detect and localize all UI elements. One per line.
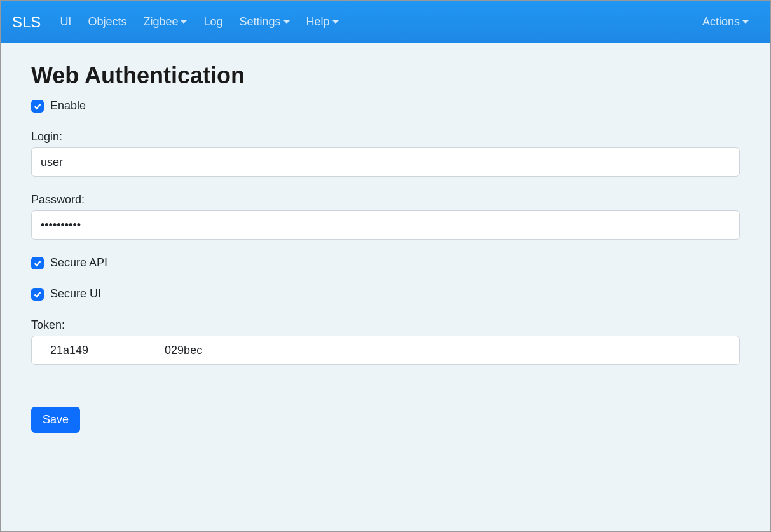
nav-settings[interactable]: Settings — [233, 10, 296, 34]
nav-help[interactable]: Help — [300, 10, 345, 34]
secure-api-row: Secure API — [31, 256, 740, 269]
nav-right: Actions — [696, 10, 759, 34]
nav-objects[interactable]: Objects — [81, 10, 133, 34]
save-button[interactable]: Save — [31, 407, 80, 433]
nav-zigbee-label: Zigbee — [143, 15, 178, 29]
nav-log-label: Log — [203, 15, 222, 29]
chevron-down-icon — [332, 20, 339, 24]
nav-help-label: Help — [306, 15, 330, 29]
login-group: Login: — [31, 130, 740, 177]
secure-api-label[interactable]: Secure API — [50, 256, 107, 269]
enable-checkbox[interactable] — [31, 100, 44, 113]
nav-left: UI Objects Zigbee Log Settings — [53, 10, 348, 34]
login-label: Login: — [31, 130, 740, 144]
check-icon — [33, 290, 42, 299]
check-icon — [33, 102, 42, 111]
password-input[interactable] — [31, 210, 740, 240]
chevron-down-icon — [181, 20, 187, 24]
enable-label[interactable]: Enable — [50, 99, 86, 113]
page-title: Web Authentication — [31, 62, 740, 89]
chevron-down-icon — [283, 20, 290, 24]
navbar: SLS UI Objects Zigbee Log Settings — [1, 1, 770, 43]
nav-ui[interactable]: UI — [53, 10, 78, 34]
login-input[interactable] — [31, 147, 740, 177]
enable-row: Enable — [31, 99, 740, 113]
secure-ui-checkbox[interactable] — [31, 288, 44, 301]
main-container: Web Authentication Enable Login: Passwor… — [1, 43, 770, 452]
token-group: Token: — [31, 318, 740, 365]
brand[interactable]: SLS — [12, 13, 41, 31]
secure-api-checkbox[interactable] — [31, 257, 44, 269]
password-group: Password: — [31, 193, 740, 240]
nav-settings-label: Settings — [240, 15, 281, 29]
nav-objects-label: Objects — [88, 15, 126, 29]
nav-actions[interactable]: Actions — [696, 10, 755, 34]
nav-ui-label: UI — [60, 15, 71, 29]
token-label: Token: — [31, 318, 740, 332]
secure-ui-row: Secure UI — [31, 287, 740, 301]
nav-actions-label: Actions — [702, 15, 740, 29]
nav-log[interactable]: Log — [197, 10, 229, 34]
chevron-down-icon — [742, 20, 749, 24]
nav-zigbee[interactable]: Zigbee — [137, 10, 193, 34]
token-input[interactable] — [31, 336, 740, 365]
password-label: Password: — [31, 193, 740, 207]
secure-ui-label[interactable]: Secure UI — [50, 287, 101, 301]
check-icon — [33, 259, 42, 268]
